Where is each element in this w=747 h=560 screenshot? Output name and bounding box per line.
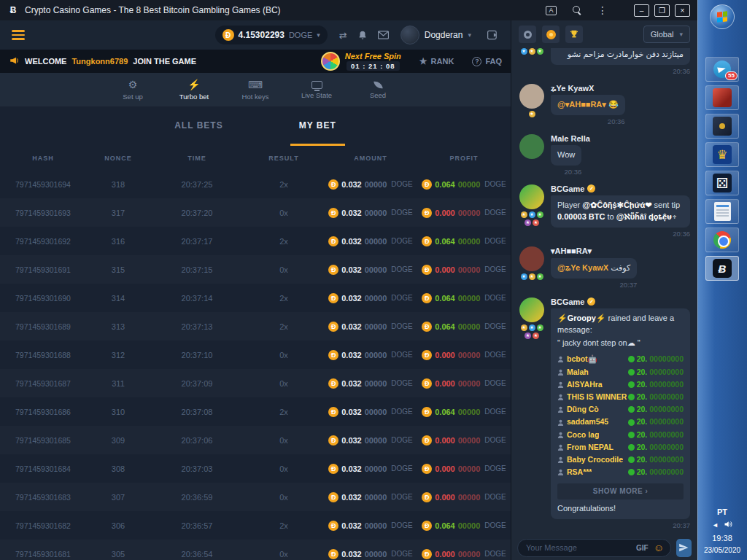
tab-all-bets[interactable]: ALL BETS (166, 106, 231, 146)
column-header-result: RESULT (244, 155, 324, 162)
avatar[interactable] (519, 246, 544, 271)
chat-channel-label: Global (651, 30, 674, 39)
rank-link[interactable]: ★ RANK (419, 56, 454, 66)
chat-username[interactable]: ▾AH■■RA▾ (551, 246, 592, 256)
rain-recipient-name[interactable]: Malah (557, 367, 589, 378)
minimize-button[interactable]: – (634, 4, 649, 17)
bet-nonce: 315 (86, 265, 150, 274)
bet-time: 20:37:25 (150, 180, 244, 189)
clock-time[interactable]: 19:38 (712, 534, 732, 542)
avatar[interactable] (519, 84, 544, 109)
mention[interactable]: @▾AH■■RA▾ (557, 100, 606, 109)
user-menu[interactable]: Dogderan ▾ (400, 26, 471, 44)
bet-row[interactable]: 7971459301681 305 20:36:54 0x Ð 0.032000… (0, 540, 511, 560)
rain-recipient-row: From NEPAL20.00000000 (557, 441, 684, 454)
chat-username[interactable]: BCGame (551, 298, 584, 306)
taskbar-crown[interactable]: ♛ (705, 142, 739, 167)
rain-recipient-name[interactable]: Coco lag (557, 429, 599, 440)
swap-icon[interactable]: ⇄ (339, 30, 347, 41)
bet-row[interactable]: 7971459301687 311 20:37:09 0x Ð 0.032000… (0, 369, 511, 397)
taskbar-chrome[interactable] (705, 228, 739, 252)
mention[interactable]: @ʑYe KyawX (557, 263, 608, 272)
chat-games-button[interactable] (519, 26, 536, 43)
tray-icons: ◄ (712, 520, 732, 530)
speaker-icon[interactable] (724, 520, 732, 530)
rain-recipient-name[interactable]: Baby Crocodile (557, 454, 623, 465)
message-input[interactable] (525, 542, 631, 553)
doge-coin-icon: Ð (328, 350, 338, 360)
chat-username[interactable]: ʑYe KyawX (551, 84, 594, 93)
bet-row[interactable]: 7971459301686 310 20:37:08 2x Ð 0.032000… (0, 397, 511, 426)
control-tab-monitor[interactable]: Live State (296, 81, 337, 99)
window-controls: – ❐ × (634, 4, 690, 17)
taskbar-telegram[interactable]: 55 (705, 57, 739, 82)
person-icon (557, 469, 564, 475)
rain-recipient-name[interactable]: Dũng Cò (557, 404, 599, 415)
free-spin-block[interactable]: Next Free Spin 01 : 21 : 08 (345, 52, 401, 71)
emoji-button[interactable]: ☺ (654, 542, 664, 553)
bc-app-icon: Ƀ (713, 259, 732, 278)
tab-my-bet[interactable]: MY BET (290, 106, 345, 146)
rain-recipient-name[interactable]: saddam545 (557, 416, 608, 427)
chat-contest-button[interactable] (565, 26, 583, 43)
bet-row[interactable]: 7971459301684 308 20:37:03 0x Ð 0.032000… (0, 454, 511, 483)
rain-recipient-name[interactable]: From NEPAL (557, 442, 614, 453)
rain-recipient-name[interactable]: bcbot🤖 (557, 354, 597, 365)
person-icon (557, 381, 564, 388)
doge-coin-icon: Ð (422, 179, 432, 190)
doge-coin-icon: Ð (422, 407, 432, 417)
taskbar-document[interactable] (705, 199, 739, 224)
language-indicator[interactable]: PT (717, 508, 727, 516)
bet-row[interactable]: 7971459301692 316 20:37:17 2x Ð 0.032000… (0, 227, 511, 255)
bet-row[interactable]: 7971459301693 317 20:37:20 0x Ð 0.032000… (0, 198, 511, 227)
balance-dropdown[interactable]: Ð 4.15302293 DOGE ▾ (215, 26, 328, 44)
bet-row[interactable]: 7971459301683 307 20:36:59 0x Ð 0.032000… (0, 483, 511, 511)
search-icon[interactable] (573, 6, 581, 15)
avatar[interactable] (519, 298, 544, 322)
bet-row[interactable]: 7971459301690 314 20:37:14 2x Ð 0.032000… (0, 284, 511, 312)
maximize-button[interactable]: ❐ (654, 4, 670, 17)
start-button[interactable] (710, 4, 735, 29)
app-header: Ð 4.15302293 DOGE ▾ ⇄ (0, 20, 511, 50)
bet-row[interactable]: 7971459301688 312 20:37:10 0x Ð 0.032000… (0, 341, 511, 369)
avatar[interactable] (519, 134, 544, 159)
chat-username[interactable]: Male Rella (551, 134, 590, 143)
bet-row[interactable]: 7971459301685 309 20:37:06 0x Ð 0.032000… (0, 426, 511, 454)
clock-date[interactable]: 23/05/2020 (704, 546, 740, 554)
mail-icon[interactable] (378, 31, 389, 39)
control-tab-lightning[interactable]: ⚡ Turbo bet (174, 79, 214, 101)
control-tab-seed[interactable]: Seed (357, 81, 398, 99)
menu-dots-icon[interactable]: ⋮ (597, 5, 608, 15)
chat-toggle-icon[interactable] (487, 30, 499, 40)
bet-row[interactable]: 7971459301682 306 20:36:57 2x Ð 0.032000… (0, 511, 511, 540)
control-tab-keyboard[interactable]: ⌨ Hot keys (235, 79, 276, 101)
taskbar-dice[interactable]: ⚄ (705, 171, 739, 195)
spin-wheel-icon[interactable] (321, 52, 340, 71)
chat-rewards-button[interactable] (542, 26, 560, 43)
bell-icon[interactable] (357, 30, 368, 40)
taskbar-game-dark[interactable] (705, 114, 739, 139)
show-more-button[interactable]: SHOW MORE › (557, 483, 684, 500)
welcome-username[interactable]: Tungkonn6789 (71, 57, 128, 66)
chat-username-row: ʑYe KyawX ✓ (551, 84, 690, 93)
chat-channel-dropdown[interactable]: Global ▾ (643, 26, 690, 43)
bet-row[interactable]: 7971459301694 318 20:37:25 2x Ð 0.032000… (0, 170, 511, 198)
send-button[interactable] (676, 539, 692, 557)
taskbar-bc-app[interactable]: Ƀ (705, 256, 739, 281)
faq-link[interactable]: ? FAQ (472, 57, 502, 66)
close-button[interactable]: × (675, 4, 690, 17)
tray-expand-icon[interactable]: ◄ (712, 521, 719, 529)
translate-icon[interactable]: A (546, 6, 557, 15)
taskbar-game-red[interactable] (705, 85, 739, 110)
keyboard-icon: ⌨ (248, 79, 263, 90)
bet-row[interactable]: 7971459301689 313 20:37:13 2x Ð 0.032000… (0, 312, 511, 341)
rain-recipient-name[interactable]: RSA*** (557, 467, 592, 478)
rain-recipient-name[interactable]: THIS IS WINNER (557, 392, 627, 402)
avatar[interactable] (519, 184, 544, 209)
rain-recipient-name[interactable]: AISYAHra (557, 379, 603, 390)
chat-username[interactable]: BCGame (551, 184, 584, 193)
gif-button[interactable]: GIF (636, 544, 649, 552)
bet-row[interactable]: 7971459301691 315 20:37:15 0x Ð 0.032000… (0, 255, 511, 284)
control-tab-gear[interactable]: ⚙ Set up (112, 79, 153, 101)
menu-button[interactable] (12, 30, 25, 40)
